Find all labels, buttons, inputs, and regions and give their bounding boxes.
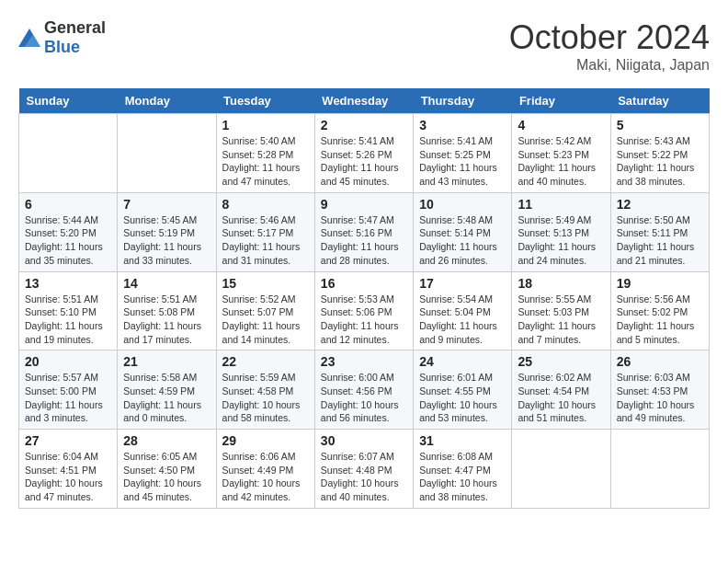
calendar-cell: 29Sunrise: 6:06 AM Sunset: 4:49 PM Dayli… — [216, 430, 314, 509]
day-number: 5 — [617, 118, 703, 132]
week-row-2: 6Sunrise: 5:44 AM Sunset: 5:20 PM Daylig… — [19, 192, 710, 271]
calendar-cell: 11Sunrise: 5:49 AM Sunset: 5:13 PM Dayli… — [512, 192, 610, 271]
day-info: Sunrise: 6:01 AM Sunset: 4:55 PM Dayligh… — [419, 371, 506, 425]
calendar-cell: 22Sunrise: 5:59 AM Sunset: 4:58 PM Dayli… — [216, 350, 314, 430]
day-info: Sunrise: 5:49 AM Sunset: 5:13 PM Dayligh… — [518, 213, 604, 268]
day-info: Sunrise: 6:03 AM Sunset: 4:53 PM Dayligh… — [617, 371, 703, 425]
week-row-5: 27Sunrise: 6:04 AM Sunset: 4:51 PM Dayli… — [19, 430, 710, 509]
calendar-cell: 9Sunrise: 5:47 AM Sunset: 5:16 PM Daylig… — [314, 192, 413, 271]
day-info: Sunrise: 5:54 AM Sunset: 5:04 PM Dayligh… — [419, 293, 506, 347]
calendar-table: SundayMondayTuesdayWednesdayThursdayFrid… — [18, 88, 710, 509]
day-number: 7 — [123, 197, 210, 212]
day-info: Sunrise: 5:57 AM Sunset: 5:00 PM Dayligh… — [25, 371, 111, 425]
day-number: 6 — [25, 197, 111, 212]
day-number: 9 — [321, 197, 407, 212]
day-info: Sunrise: 5:45 AM Sunset: 5:19 PM Dayligh… — [123, 213, 210, 268]
day-header-sunday: Sunday — [19, 88, 118, 114]
week-row-1: 1Sunrise: 5:40 AM Sunset: 5:28 PM Daylig… — [19, 114, 710, 193]
calendar-cell: 15Sunrise: 5:52 AM Sunset: 5:07 PM Dayli… — [216, 271, 314, 350]
day-number: 12 — [617, 197, 703, 212]
day-info: Sunrise: 5:51 AM Sunset: 5:08 PM Dayligh… — [123, 293, 210, 347]
day-number: 20 — [25, 354, 111, 369]
day-info: Sunrise: 5:48 AM Sunset: 5:14 PM Dayligh… — [419, 213, 506, 268]
day-number: 3 — [419, 118, 506, 132]
day-number: 2 — [321, 118, 407, 132]
day-header-thursday: Thursday — [414, 88, 512, 114]
day-number: 22 — [222, 354, 309, 369]
day-number: 18 — [518, 276, 604, 291]
calendar-cell: 21Sunrise: 5:58 AM Sunset: 4:59 PM Dayli… — [118, 350, 216, 430]
day-number: 11 — [518, 197, 604, 212]
calendar-cell — [512, 430, 610, 509]
day-header-monday: Monday — [118, 88, 216, 114]
day-info: Sunrise: 5:55 AM Sunset: 5:03 PM Dayligh… — [518, 293, 604, 347]
day-info: Sunrise: 6:06 AM Sunset: 4:49 PM Dayligh… — [222, 450, 309, 504]
day-number: 24 — [419, 354, 506, 369]
day-info: Sunrise: 5:59 AM Sunset: 4:58 PM Dayligh… — [222, 371, 309, 425]
day-number: 21 — [123, 354, 210, 369]
day-number: 1 — [222, 118, 309, 132]
day-number: 30 — [321, 433, 407, 448]
day-info: Sunrise: 5:40 AM Sunset: 5:28 PM Dayligh… — [222, 134, 309, 189]
calendar-cell: 13Sunrise: 5:51 AM Sunset: 5:10 PM Dayli… — [19, 271, 118, 350]
day-info: Sunrise: 5:42 AM Sunset: 5:23 PM Dayligh… — [518, 134, 604, 189]
day-info: Sunrise: 5:50 AM Sunset: 5:11 PM Dayligh… — [617, 213, 703, 268]
day-number: 25 — [518, 354, 604, 369]
calendar-cell: 18Sunrise: 5:55 AM Sunset: 5:03 PM Dayli… — [512, 271, 610, 350]
day-number: 29 — [222, 433, 309, 448]
calendar-cell: 10Sunrise: 5:48 AM Sunset: 5:14 PM Dayli… — [414, 192, 512, 271]
calendar-cell: 6Sunrise: 5:44 AM Sunset: 5:20 PM Daylig… — [19, 192, 118, 271]
calendar-cell: 20Sunrise: 5:57 AM Sunset: 5:00 PM Dayli… — [19, 350, 118, 430]
calendar-cell: 31Sunrise: 6:08 AM Sunset: 4:47 PM Dayli… — [414, 430, 512, 509]
day-header-wednesday: Wednesday — [314, 88, 413, 114]
calendar-cell: 4Sunrise: 5:42 AM Sunset: 5:23 PM Daylig… — [512, 114, 610, 193]
day-info: Sunrise: 5:51 AM Sunset: 5:10 PM Dayligh… — [25, 293, 111, 347]
day-number: 19 — [617, 276, 703, 291]
day-number: 13 — [25, 276, 111, 291]
day-info: Sunrise: 5:56 AM Sunset: 5:02 PM Dayligh… — [617, 293, 703, 347]
calendar-cell: 7Sunrise: 5:45 AM Sunset: 5:19 PM Daylig… — [118, 192, 216, 271]
logo-text-general: General — [44, 18, 106, 37]
day-number: 10 — [419, 197, 506, 212]
day-header-friday: Friday — [512, 88, 610, 114]
calendar-header-row: SundayMondayTuesdayWednesdayThursdayFrid… — [19, 88, 710, 114]
day-info: Sunrise: 5:46 AM Sunset: 5:17 PM Dayligh… — [222, 213, 309, 268]
calendar-cell — [118, 114, 216, 193]
day-number: 8 — [222, 197, 309, 212]
day-number: 23 — [321, 354, 407, 369]
day-info: Sunrise: 5:52 AM Sunset: 5:07 PM Dayligh… — [222, 293, 309, 347]
day-number: 4 — [518, 118, 604, 132]
calendar-cell: 24Sunrise: 6:01 AM Sunset: 4:55 PM Dayli… — [414, 350, 512, 430]
day-info: Sunrise: 5:44 AM Sunset: 5:20 PM Dayligh… — [25, 213, 111, 268]
day-number: 16 — [321, 276, 407, 291]
day-header-tuesday: Tuesday — [216, 88, 314, 114]
calendar-cell: 5Sunrise: 5:43 AM Sunset: 5:22 PM Daylig… — [610, 114, 709, 193]
day-info: Sunrise: 6:08 AM Sunset: 4:47 PM Dayligh… — [419, 450, 506, 504]
calendar-cell: 12Sunrise: 5:50 AM Sunset: 5:11 PM Dayli… — [610, 192, 709, 271]
calendar-cell: 26Sunrise: 6:03 AM Sunset: 4:53 PM Dayli… — [610, 350, 709, 430]
title-block: October 2024 Maki, Niigata, Japan — [509, 18, 710, 74]
day-info: Sunrise: 6:04 AM Sunset: 4:51 PM Dayligh… — [25, 450, 111, 504]
calendar-cell: 8Sunrise: 5:46 AM Sunset: 5:17 PM Daylig… — [216, 192, 314, 271]
logo-text-blue: Blue — [44, 38, 80, 56]
location-title: Maki, Niigata, Japan — [509, 57, 710, 74]
day-info: Sunrise: 5:58 AM Sunset: 4:59 PM Dayligh… — [123, 371, 210, 425]
day-number: 17 — [419, 276, 506, 291]
week-row-4: 20Sunrise: 5:57 AM Sunset: 5:00 PM Dayli… — [19, 350, 710, 430]
day-number: 14 — [123, 276, 210, 291]
calendar-cell: 1Sunrise: 5:40 AM Sunset: 5:28 PM Daylig… — [216, 114, 314, 193]
week-row-3: 13Sunrise: 5:51 AM Sunset: 5:10 PM Dayli… — [19, 271, 710, 350]
calendar-cell: 2Sunrise: 5:41 AM Sunset: 5:26 PM Daylig… — [314, 114, 413, 193]
page-header: General Blue October 2024 Maki, Niigata,… — [18, 18, 710, 74]
day-info: Sunrise: 5:53 AM Sunset: 5:06 PM Dayligh… — [321, 293, 407, 347]
day-info: Sunrise: 6:00 AM Sunset: 4:56 PM Dayligh… — [321, 371, 407, 425]
day-info: Sunrise: 6:07 AM Sunset: 4:48 PM Dayligh… — [321, 450, 407, 504]
calendar-cell: 17Sunrise: 5:54 AM Sunset: 5:04 PM Dayli… — [414, 271, 512, 350]
calendar-cell: 3Sunrise: 5:41 AM Sunset: 5:25 PM Daylig… — [414, 114, 512, 193]
logo: General Blue — [18, 18, 106, 57]
day-info: Sunrise: 5:47 AM Sunset: 5:16 PM Dayligh… — [321, 213, 407, 268]
day-info: Sunrise: 6:05 AM Sunset: 4:50 PM Dayligh… — [123, 450, 210, 504]
month-title: October 2024 — [509, 18, 710, 57]
calendar-cell: 14Sunrise: 5:51 AM Sunset: 5:08 PM Dayli… — [118, 271, 216, 350]
calendar-cell: 30Sunrise: 6:07 AM Sunset: 4:48 PM Dayli… — [314, 430, 413, 509]
